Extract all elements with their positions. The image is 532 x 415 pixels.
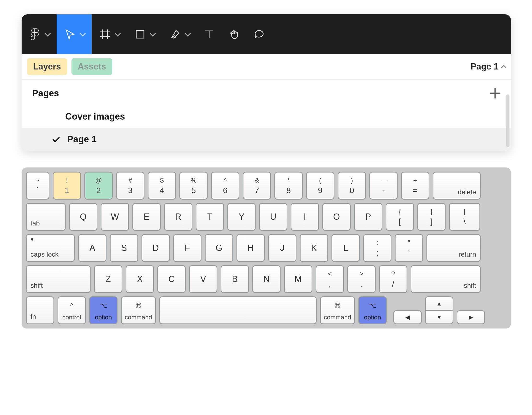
key-z[interactable]: Z [94, 265, 122, 293]
key-n[interactable]: N [252, 265, 281, 293]
key-s[interactable]: S [110, 234, 138, 262]
key-q[interactable]: Q [69, 203, 97, 231]
key-d[interactable]: D [142, 234, 170, 262]
key-;[interactable]: :; [363, 234, 391, 262]
key-g[interactable]: G [205, 234, 233, 262]
key-control[interactable]: ^control [57, 296, 86, 324]
key-command[interactable]: ⌘command [121, 296, 156, 324]
key-delete[interactable]: delete [433, 172, 481, 200]
key-arrow-right[interactable]: ▶ [457, 310, 485, 324]
key-/[interactable]: ?/ [379, 265, 407, 293]
key-`[interactable]: ~` [26, 172, 49, 200]
page-row[interactable]: Page 1 [22, 128, 511, 151]
key-.[interactable]: >. [347, 265, 376, 293]
comment-tool-button[interactable] [247, 14, 272, 54]
key-0[interactable]: )0 [338, 172, 366, 200]
key-shift[interactable]: shift [411, 265, 481, 293]
toolbar [22, 14, 511, 54]
key--[interactable]: —- [369, 172, 398, 200]
key-command[interactable]: ⌘command [320, 296, 355, 324]
key-9[interactable]: (9 [306, 172, 334, 200]
key-option[interactable]: ⌥option [89, 296, 117, 324]
key-8[interactable]: *8 [274, 172, 303, 200]
key-1[interactable]: !1 [53, 172, 81, 200]
kb-row-5: fn^control⌥option⌘command⌘command⌥option… [26, 296, 507, 324]
key-j[interactable]: J [268, 234, 296, 262]
key-k[interactable]: K [300, 234, 328, 262]
tab-assets[interactable]: Assets [71, 58, 112, 75]
pages-title: Pages [32, 88, 59, 99]
key-m[interactable]: M [284, 265, 312, 293]
key-y[interactable]: Y [227, 203, 256, 231]
svg-point-0 [35, 32, 38, 36]
key-h[interactable]: H [237, 234, 265, 262]
text-tool-button[interactable] [197, 14, 222, 54]
arrow-cluster: ◀▲▼▶ [393, 296, 485, 324]
page-row[interactable]: Cover images [22, 105, 511, 128]
key-shift[interactable]: shift [26, 265, 91, 293]
tab-layers[interactable]: Layers [27, 58, 67, 75]
add-page-button[interactable] [490, 88, 500, 99]
key-3[interactable]: #3 [116, 172, 144, 200]
chevron-down-icon [45, 30, 51, 37]
key-6[interactable]: ^6 [211, 172, 239, 200]
key-arrow-left[interactable]: ◀ [393, 310, 422, 324]
move-tool-button[interactable] [57, 14, 92, 54]
kb-row-4: shiftZXCVBNM<,>.?/shift [26, 265, 507, 293]
frame-tool-button[interactable] [92, 14, 127, 54]
key-'[interactable]: "' [395, 234, 423, 262]
key-,[interactable]: <, [316, 265, 344, 293]
key-w[interactable]: W [101, 203, 129, 231]
key-][interactable]: }] [417, 203, 446, 231]
key-a[interactable]: A [78, 234, 106, 262]
hand-icon [227, 28, 241, 41]
key-l[interactable]: L [332, 234, 360, 262]
key-\[interactable]: |\ [449, 203, 480, 231]
key-x[interactable]: X [126, 265, 154, 293]
scrollbar-thumb[interactable] [506, 94, 509, 147]
move-icon [63, 28, 77, 41]
kb-row-1: ~`!1@2#3$4%5^6&7*8(9)0—-+=delete [26, 172, 507, 200]
key-=[interactable]: += [401, 172, 429, 200]
key-r[interactable]: R [164, 203, 192, 231]
key-t[interactable]: T [196, 203, 224, 231]
page-label: Page 1 [67, 134, 97, 145]
chevron-down-icon [150, 30, 156, 37]
kb-row-3: caps lockASDFGHJKL:;"'return [26, 234, 507, 262]
key-tab[interactable]: tab [26, 203, 66, 231]
key-b[interactable]: B [221, 265, 249, 293]
key-return[interactable]: return [427, 234, 481, 262]
figma-logo-icon [28, 28, 42, 41]
key-option[interactable]: ⌥option [358, 296, 387, 324]
key-caps-lock[interactable]: caps lock [26, 234, 75, 262]
page-selector[interactable]: Page 1 [471, 62, 506, 72]
key-u[interactable]: U [259, 203, 287, 231]
key-v[interactable]: V [189, 265, 217, 293]
shape-tool-button[interactable] [127, 14, 162, 54]
pen-tool-button[interactable] [162, 14, 197, 54]
key-c[interactable]: C [157, 265, 186, 293]
figma-menu-button[interactable] [22, 14, 57, 54]
page-list: Cover images Page 1 [22, 105, 511, 151]
pen-icon [168, 28, 182, 41]
hand-tool-button[interactable] [222, 14, 247, 54]
key-4[interactable]: $4 [148, 172, 176, 200]
key-arrow-up[interactable]: ▲ [425, 296, 453, 310]
figma-panel: Layers Assets Page 1 Pages Cover images … [22, 14, 511, 151]
key-arrow-down[interactable]: ▼ [425, 310, 453, 324]
key-o[interactable]: O [322, 203, 351, 231]
key-i[interactable]: I [291, 203, 319, 231]
chevron-down-icon [115, 30, 121, 37]
key-5[interactable]: %5 [180, 172, 208, 200]
pages-header: Pages [22, 80, 511, 105]
key-p[interactable]: P [354, 203, 382, 231]
key-[[interactable]: {[ [386, 203, 414, 231]
key-space[interactable] [159, 296, 317, 324]
key-fn[interactable]: fn [26, 296, 54, 324]
chevron-down-icon [80, 30, 86, 37]
key-e[interactable]: E [133, 203, 161, 231]
key-f[interactable]: F [173, 234, 201, 262]
key-2[interactable]: @2 [85, 172, 113, 200]
key-7[interactable]: &7 [243, 172, 271, 200]
kb-row-2: tabQWERTYUIOP{[}]|\ [26, 203, 507, 231]
